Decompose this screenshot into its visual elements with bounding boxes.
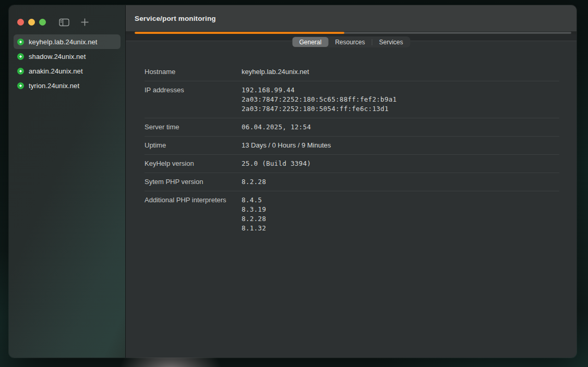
php-version-line: 8.1.32 (242, 224, 266, 233)
row-value: 06.04.2025, 12:54 (242, 123, 311, 132)
sidebar-toolbar (9, 5, 125, 27)
server-name: tyrion.24unix.net (29, 82, 79, 90)
view-segmented-control: General Resources Services (292, 36, 410, 47)
table-row-hostname: Hostname keyhelp.lab.24unix.net (145, 63, 559, 81)
content-pane: Service/port monitoring General Resource… (126, 5, 577, 358)
sidebar: keyhelp.lab.24unix.net shadow.24unix.net… (9, 5, 126, 358)
row-label: Sytem PHP version (145, 177, 242, 187)
row-value: 192.168.99.44 2a03:7847:2252:180:5c65:88… (242, 85, 397, 114)
table-row-uptime: Uptime 13 Days / 0 Hours / 9 Minutes (145, 137, 559, 155)
server-name: keyhelp.lab.24unix.net (29, 38, 98, 46)
page-title: Service/port monitoring (135, 15, 216, 22)
row-label: Additional PHP interpreters (145, 195, 242, 205)
server-status-online-icon (17, 53, 24, 60)
refresh-progress-bar (135, 32, 571, 34)
server-status-online-icon (17, 68, 24, 75)
tab-services[interactable]: Services (373, 37, 410, 47)
table-row-system-php-version: Sytem PHP version 8.2.28 (145, 173, 559, 191)
sidebar-toggle-icon (59, 18, 69, 27)
table-row-keyhelp-version: KeyHelp version 25.0 (Build 3394) (145, 155, 559, 173)
zoom-window-button[interactable] (39, 19, 46, 26)
php-version-line: 8.3.19 (242, 205, 266, 214)
table-row-server-time: Server time 06.04.2025, 12:54 (145, 118, 559, 137)
titlebar: Service/port monitoring (126, 5, 577, 31)
table-row-ip-addresses: IP addresses 192.168.99.44 2a03:7847:225… (145, 81, 559, 118)
add-server-button[interactable] (80, 18, 89, 27)
row-label: Server time (145, 123, 242, 132)
sidebar-item-shadow[interactable]: shadow.24unix.net (14, 49, 121, 64)
table-row-additional-php: Additional PHP interpreters 8.4.5 8.3.19… (145, 191, 559, 237)
server-status-online-icon (17, 82, 24, 89)
row-value: 13 Days / 0 Hours / 9 Minutes (242, 141, 331, 150)
tab-resources[interactable]: Resources (328, 37, 371, 47)
server-status-online-icon (17, 39, 24, 45)
ip-address-line: 2a03:7847:2252:180:5c65:88ff:fef2:b9a1 (242, 95, 397, 104)
ip-address-line: 2a03:7847:2252:180:5054:ff:fe6c:13d1 (242, 104, 397, 114)
plus-icon (80, 18, 89, 27)
minimize-window-button[interactable] (28, 19, 35, 26)
php-version-line: 8.2.28 (242, 214, 266, 224)
row-value: 8.2.28 (242, 177, 266, 187)
server-list: keyhelp.lab.24unix.net shadow.24unix.net… (9, 34, 125, 93)
server-name: anakin.24unix.net (29, 67, 83, 75)
row-label: Hostname (145, 67, 242, 77)
sidebar-item-keyhelp[interactable]: keyhelp.lab.24unix.net (14, 34, 121, 49)
php-version-line: 8.4.5 (242, 195, 266, 205)
app-window: keyhelp.lab.24unix.net shadow.24unix.net… (9, 5, 577, 358)
sidebar-item-tyrion[interactable]: tyrion.24unix.net (14, 78, 121, 93)
row-label: KeyHelp version (145, 159, 242, 168)
ip-address-line: 192.168.99.44 (242, 85, 397, 95)
row-label: IP addresses (145, 85, 242, 95)
close-window-button[interactable] (17, 19, 24, 26)
row-value: 25.0 (Build 3394) (242, 159, 311, 168)
tab-general[interactable]: General (292, 37, 328, 47)
row-value: keyhelp.lab.24unix.net (242, 67, 309, 77)
server-name: shadow.24unix.net (29, 53, 86, 60)
row-value: 8.4.5 8.3.19 8.2.28 8.1.32 (242, 195, 266, 233)
server-details-table: Hostname keyhelp.lab.24unix.net IP addre… (126, 41, 577, 237)
toggle-sidebar-button[interactable] (59, 18, 69, 27)
sidebar-item-anakin[interactable]: anakin.24unix.net (14, 64, 121, 78)
refresh-progress-fill (135, 32, 344, 34)
row-label: Uptime (145, 141, 242, 150)
